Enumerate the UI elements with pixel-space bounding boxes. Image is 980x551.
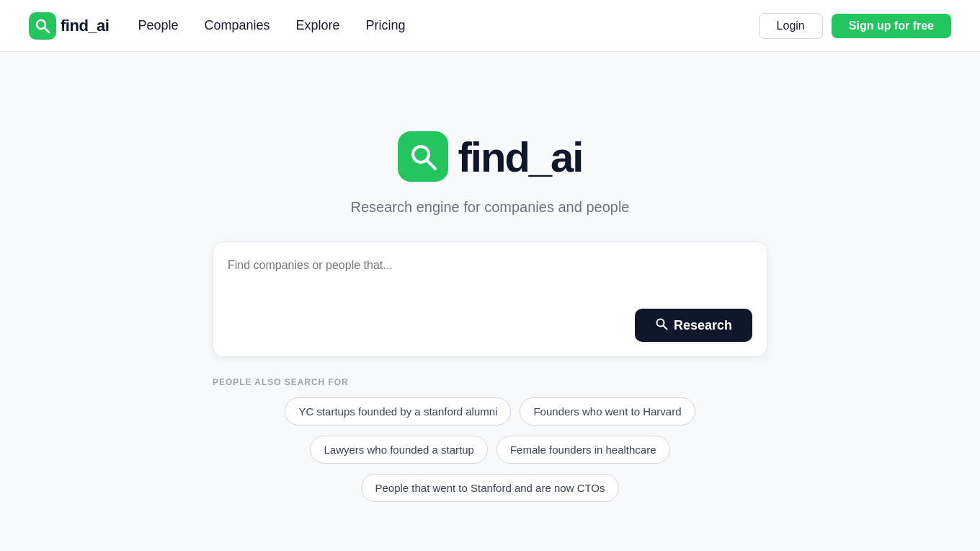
suggestions-row-1: YC startups founded by a stanford alumni… [285,397,695,426]
research-search-icon [655,317,668,333]
search-input[interactable] [228,257,752,300]
navbar-right: Login Sign up for free [759,13,951,39]
svg-line-5 [663,326,667,330]
nav-pricing[interactable]: Pricing [366,18,406,33]
hero-logo-text: find_ai [458,133,583,181]
nav-explore[interactable]: Explore [296,18,340,33]
navbar: find_ai People Companies Explore Pricing… [0,0,980,52]
research-button-label: Research [674,318,732,333]
signup-button[interactable]: Sign up for free [832,14,951,38]
nav-people[interactable]: People [138,18,178,33]
suggestion-harvard-founders[interactable]: Founders who went to Harvard [520,397,695,426]
hero-tagline: Research engine for companies and people [351,199,630,216]
nav-links: People Companies Explore Pricing [138,18,405,33]
nav-companies[interactable]: Companies [204,18,270,33]
logo-icon [29,12,56,40]
svg-line-1 [45,27,50,32]
suggestion-stanford-cto[interactable]: People that went to Stanford and are now… [361,474,618,502]
login-button[interactable]: Login [759,13,823,39]
search-container: Research [213,242,767,357]
main-content: find_ai Research engine for companies an… [0,52,980,502]
suggestion-yc-stanford[interactable]: YC startups founded by a stanford alumni [285,397,511,426]
svg-line-3 [427,160,435,169]
logo[interactable]: find_ai [29,12,109,40]
suggestions-label: PEOPLE ALSO SEARCH FOR [213,377,349,387]
hero-logo-icon [398,131,448,182]
hero-logo: find_ai [398,131,583,182]
search-footer: Research [228,309,752,342]
suggestion-lawyers-startup[interactable]: Lawyers who founded a startup [310,436,487,464]
logo-text: find_ai [61,17,109,35]
navbar-left: find_ai People Companies Explore Pricing [29,12,406,40]
research-button[interactable]: Research [635,309,752,342]
suggestions-row-2: Lawyers who founded a startup Female fou… [310,436,669,464]
suggestions-section: PEOPLE ALSO SEARCH FOR YC startups found… [213,377,767,502]
suggestion-female-healthcare[interactable]: Female founders in healthcare [496,436,670,464]
suggestions-row-3: People that went to Stanford and are now… [361,474,618,502]
